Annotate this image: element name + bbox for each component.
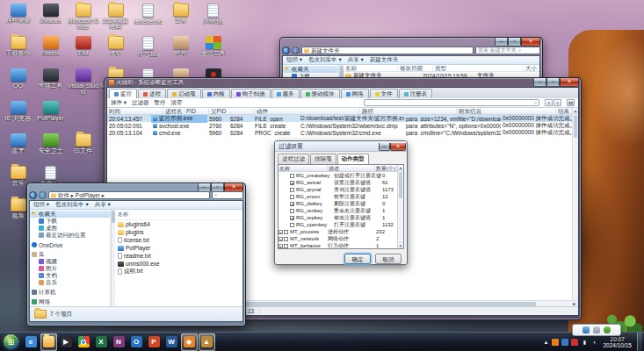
network-icon[interactable]: ▮ xyxy=(581,339,588,346)
start-button[interactable]: ⊞ xyxy=(3,333,19,350)
column-header[interactable]: 路径 xyxy=(360,108,457,114)
close-button[interactable]: × xyxy=(560,78,579,87)
volume-icon[interactable]: ◖ xyxy=(590,339,597,346)
maximize-button[interactable]: ▫ xyxy=(508,38,521,47)
action-checkbox[interactable] xyxy=(290,202,294,206)
taskbar-app-button[interactable]: ◆ xyxy=(181,333,198,351)
action-checkbox[interactable] xyxy=(284,244,288,248)
action-checkbox[interactable] xyxy=(290,188,294,192)
explorer-window-bottom[interactable]: – ▫ × ‹ › 软件 ▸ PotPlayer ▸ ⌕ 组织 ▾包含到库中 ▾… xyxy=(26,183,246,326)
address-bar[interactable]: 软件 ▸ PotPlayer ▸ xyxy=(48,191,210,199)
toolbar-button[interactable]: 共享 ▾ xyxy=(95,201,111,209)
column-header[interactable]: 名称 xyxy=(279,165,328,171)
column-header[interactable]: 附加信息 xyxy=(457,108,556,114)
dialog-scrollbar[interactable]: ▲ ▼ xyxy=(397,165,403,248)
event-row[interactable]: 20:05:13.104 cmd.exe 5960 6284 PROC_crea… xyxy=(107,129,572,136)
back-button[interactable]: ‹ xyxy=(282,47,290,54)
nav-item[interactable]: 库 xyxy=(30,251,110,258)
desktop-icon[interactable]: 联想管家 xyxy=(3,2,34,34)
tray-clock[interactable]: 20:07 2024/10/15 xyxy=(600,336,634,348)
back-button[interactable]: ‹ xyxy=(29,191,37,199)
desktop-icon[interactable]: 旧文件 xyxy=(68,132,99,164)
tray-expand-icon[interactable]: ▲ xyxy=(542,339,549,346)
desktop-icon[interactable]: 照片 xyxy=(165,34,197,67)
expand-toggle[interactable]: + xyxy=(279,230,283,234)
help-button[interactable]: ▫ xyxy=(379,143,390,151)
minimize-button[interactable]: – xyxy=(495,38,508,47)
nav-item[interactable]: 下载 xyxy=(30,218,110,225)
taskbar-app-button[interactable]: W xyxy=(163,333,180,351)
search-prev-button[interactable]: ∧ xyxy=(545,99,553,106)
column-header[interactable]: 动作 xyxy=(255,108,360,114)
monitor-tab[interactable]: 注册表 xyxy=(399,89,433,98)
file-item[interactable]: license.txt xyxy=(115,236,242,244)
taskbar-app-button[interactable]: O xyxy=(128,333,145,351)
toolbar-button[interactable]: 新建文件夹 xyxy=(370,56,399,64)
explorer-bottom-titlebar[interactable]: – ▫ × xyxy=(29,183,243,190)
action-checkbox[interactable] xyxy=(284,230,288,234)
nav-item[interactable]: 文档 xyxy=(30,272,110,279)
desktop-icon[interactable]: Visual Studio xyxy=(68,67,99,99)
monitor-tab[interactable]: 进程 xyxy=(138,89,166,98)
desktop-icon[interactable]: 激活工具 xyxy=(198,34,229,67)
tray-popup-icon[interactable] xyxy=(582,326,590,333)
dialog-titlebar[interactable]: 过滤设置 ▫ × xyxy=(275,141,407,152)
taskbar-app-button[interactable]: X xyxy=(93,333,110,351)
action-checkbox[interactable] xyxy=(284,237,288,241)
search-box[interactable]: ⌕ xyxy=(212,191,243,199)
nav-item[interactable]: 收藏夹 xyxy=(30,211,110,218)
nav-item[interactable]: 视频 xyxy=(30,258,110,265)
nav-item[interactable]: 桌面 xyxy=(30,225,110,232)
monitor-tab[interactable]: 内核 xyxy=(202,89,230,98)
desktop-icon[interactable]: 驱动 xyxy=(100,34,132,67)
desktop-icon[interactable]: QQ xyxy=(3,67,34,99)
column-header[interactable]: 类型 xyxy=(433,65,524,71)
desktop-icon[interactable]: PotPlayer xyxy=(35,99,67,132)
action-checkbox[interactable] xyxy=(290,195,294,199)
expand-toggle[interactable]: + xyxy=(279,244,283,248)
monitor-tab[interactable]: 钩子扫描 xyxy=(231,89,271,98)
scrollbar-thumb[interactable] xyxy=(574,115,577,138)
monitor-tab[interactable]: 服务 xyxy=(271,89,300,98)
column-header[interactable]: 修改日期 xyxy=(398,65,433,71)
dialog-tab[interactable]: 动作类型 xyxy=(337,154,369,164)
scroll-up-arrow[interactable]: ▲ xyxy=(573,108,578,114)
desktop-icon[interactable]: Microsoft Office xyxy=(68,2,99,34)
tray-popup-icon[interactable] xyxy=(604,326,611,333)
toolbar-button[interactable]: 包含到库中 ▾ xyxy=(308,56,342,64)
action-checkbox[interactable] xyxy=(290,216,294,220)
toolbar-button[interactable]: 共享 ▾ xyxy=(348,56,364,64)
forward-button[interactable]: › xyxy=(292,47,300,54)
nav-item[interactable]: 网络 xyxy=(30,298,110,305)
desktop-icon[interactable]: Firefox xyxy=(35,34,67,67)
monitor-titlebar[interactable]: 火绒剑 - 系统诊断监控工具 – ▫ × xyxy=(106,78,579,87)
taskbar-app-button[interactable]: ▲ xyxy=(199,333,215,351)
filter-dialog[interactable]: 过滤设置 ▫ × 进程过滤排除项动作类型 名称描述数量(个) + RG_crea… xyxy=(274,140,408,265)
forward-button[interactable]: › xyxy=(39,191,47,199)
taskbar-app-button[interactable] xyxy=(40,333,57,351)
nav-item[interactable]: 图片 xyxy=(30,265,110,272)
desktop-icon[interactable]: 蓝牙 xyxy=(3,132,34,164)
desktop-icon[interactable]: 黑猫工具 xyxy=(35,67,67,99)
close-button[interactable]: × xyxy=(521,38,540,47)
file-item[interactable]: PotPlayer xyxy=(115,244,242,252)
nav-item[interactable]: OneDrive xyxy=(30,241,110,248)
nav-item[interactable]: 收藏夹 xyxy=(283,66,338,73)
monitor-tab[interactable]: 文件 xyxy=(370,89,398,98)
close-button[interactable]: × xyxy=(390,143,406,151)
column-header[interactable]: PID xyxy=(185,108,209,114)
nav-item[interactable]: 音乐 xyxy=(30,279,110,286)
desktop-icon[interactable]: 下载备份 xyxy=(3,34,34,67)
column-header[interactable]: 时间 xyxy=(107,108,163,114)
toolbar-button[interactable]: 操作 ▾ xyxy=(111,99,127,107)
action-row[interactable]: + MT_behavior 行为动作 1 xyxy=(279,242,397,248)
desktop-icon[interactable]: TIM xyxy=(68,34,99,67)
toolbar-button[interactable]: 清空 xyxy=(171,99,183,107)
action-checkbox[interactable] xyxy=(290,181,294,185)
tray-app-icon[interactable] xyxy=(571,339,578,346)
files-column-header[interactable]: 名称 xyxy=(115,210,242,220)
action-checkbox[interactable] xyxy=(290,209,294,213)
column-header[interactable]: 父PID xyxy=(209,108,255,114)
toolbar-button[interactable]: 暂停 xyxy=(155,99,166,107)
column-header[interactable]: 数量(个) xyxy=(375,165,397,171)
